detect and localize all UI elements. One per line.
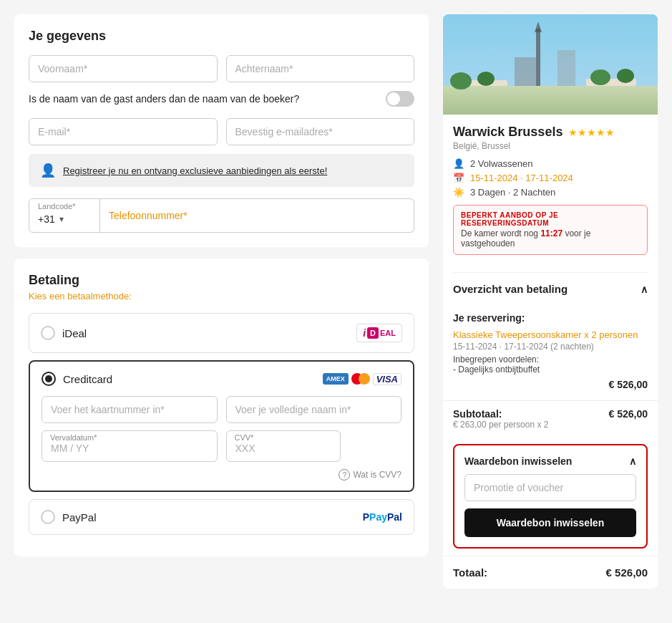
confirm-email-input[interactable] bbox=[226, 118, 415, 145]
ideal-logo-deal: D bbox=[367, 327, 379, 339]
chevron-down-icon: ▾ bbox=[59, 214, 64, 224]
paypal-radio[interactable] bbox=[41, 510, 55, 524]
paypal-option[interactable]: PayPal PPayPal bbox=[29, 499, 414, 535]
email-field bbox=[29, 118, 218, 145]
cvv-help-label: Wat is CVV? bbox=[353, 470, 401, 480]
amex-logo: AMEX bbox=[323, 373, 349, 385]
country-code-selector[interactable]: Landcode* +31 ▾ bbox=[29, 198, 100, 233]
urgency-title: BEPERKT AANBOD OP JE RESERVERINGSDATUM bbox=[461, 211, 640, 227]
guest-name-toggle[interactable] bbox=[386, 91, 414, 107]
subtotal-sub: € 263,00 per persoon x 2 bbox=[453, 420, 548, 430]
dates-row: 📅 15-11-2024 · 17-11-2024 bbox=[453, 173, 648, 183]
subtotal-value: € 526,00 bbox=[609, 408, 648, 430]
dates-label: 15-11-2024 · 17-11-2024 bbox=[470, 173, 573, 183]
reservation-room: Klassieke Tweepersoonskamer x 2 personen bbox=[453, 329, 648, 340]
firstname-field bbox=[29, 55, 218, 82]
email-input[interactable] bbox=[29, 118, 218, 145]
svg-rect-2 bbox=[536, 29, 540, 86]
voucher-button[interactable]: Waardebon inwisselen bbox=[464, 508, 636, 537]
svg-point-9 bbox=[477, 72, 495, 86]
total-label: Totaal: bbox=[453, 566, 487, 579]
ideal-logo-eal: EAL bbox=[380, 329, 396, 337]
help-icon: ? bbox=[339, 469, 350, 480]
ideal-label: iDeal bbox=[62, 327, 87, 339]
svg-rect-1 bbox=[443, 86, 658, 115]
confirm-email-field bbox=[226, 118, 415, 145]
mastercard-logo bbox=[351, 373, 370, 385]
payment-overview-title[interactable]: Overzicht van betaling ∧ bbox=[453, 272, 648, 295]
ideal-option[interactable]: iDeal i D EAL bbox=[29, 313, 414, 353]
hotel-image bbox=[443, 14, 658, 115]
payment-title: Betaling bbox=[29, 273, 414, 288]
svg-rect-4 bbox=[515, 57, 536, 86]
creditcard-label: Creditcard bbox=[63, 373, 112, 385]
reservation-dates: 15-11-2024 · 17-11-2024 (2 nachten) bbox=[453, 342, 648, 352]
card-name-input[interactable] bbox=[226, 396, 402, 423]
cvv-help[interactable]: ? Wat is CVV? bbox=[42, 469, 401, 480]
duration-row: ☀️ 3 Dagen · 2 Nachten bbox=[453, 187, 648, 198]
total-row: Totaal: € 526,00 bbox=[443, 556, 658, 589]
country-code-value: +31 bbox=[38, 213, 55, 225]
svg-point-11 bbox=[617, 69, 634, 83]
ideal-radio[interactable] bbox=[41, 326, 55, 340]
calendar-icon: 📅 bbox=[453, 173, 464, 183]
creditcard-radio[interactable] bbox=[42, 372, 56, 386]
hotel-details: Warwick Brussels ★★★★★ België, Brussel 👤… bbox=[443, 115, 658, 272]
svg-point-10 bbox=[590, 69, 610, 85]
reservation-includes: Inbegrepen voordelen: - Dagelijks ontbij… bbox=[453, 354, 648, 375]
cvv-label: CVV* bbox=[235, 433, 254, 442]
creditcard-option[interactable]: Creditcard AMEX VISA bbox=[29, 360, 414, 492]
sun-icon: ☀️ bbox=[453, 187, 464, 198]
hotel-stars: ★★★★★ bbox=[568, 127, 615, 138]
payment-subtitle: Kies een betaalmethode: bbox=[29, 291, 414, 301]
reservation-price: € 526,00 bbox=[453, 379, 648, 390]
card-name-field bbox=[226, 396, 402, 423]
hotel-location: België, Brussel bbox=[453, 141, 648, 151]
ideal-logo-i: i bbox=[363, 327, 366, 339]
paypal-label: PayPal bbox=[62, 511, 97, 523]
card-number-input[interactable] bbox=[42, 396, 218, 423]
reservation-section: Je reservering: Klassieke Tweepersoonska… bbox=[443, 312, 658, 400]
urgency-text-pre: De kamer wordt nog bbox=[461, 228, 538, 238]
payment-overview: Overzicht van betaling ∧ bbox=[443, 272, 658, 312]
person-icon: 👤 bbox=[453, 158, 464, 169]
card-number-field bbox=[42, 396, 218, 423]
right-sidebar: Warwick Brussels ★★★★★ België, Brussel 👤… bbox=[443, 14, 658, 589]
expiry-field: Vervaldatum* bbox=[42, 430, 218, 462]
voucher-section: Waardebon inwisselen ∧ Waardebon inwisse… bbox=[453, 444, 648, 549]
voucher-input[interactable] bbox=[464, 474, 636, 501]
guest-name-label: Is de naam van de gast anders dan de naa… bbox=[29, 93, 299, 105]
chevron-up-icon: ∧ bbox=[641, 284, 648, 295]
total-value: € 526,00 bbox=[606, 566, 648, 579]
guests-row: 👤 2 Volwassenen bbox=[453, 158, 648, 169]
register-banner: 👤 Registreer je nu en ontvang exclusieve… bbox=[29, 154, 414, 187]
paypal-logo: PPayPal bbox=[363, 511, 402, 523]
subtotal-row: Subtotaal: € 263,00 per persoon x 2 € 52… bbox=[443, 400, 658, 437]
section-title: Je gegevens bbox=[29, 29, 414, 44]
lastname-input[interactable] bbox=[226, 55, 415, 82]
register-link[interactable]: Registreer je nu en ontvang exclusieve a… bbox=[63, 165, 327, 176]
card-logos: AMEX VISA bbox=[323, 373, 401, 385]
name-row bbox=[29, 55, 414, 82]
lastname-field bbox=[226, 55, 415, 82]
hotel-card: Warwick Brussels ★★★★★ België, Brussel 👤… bbox=[443, 14, 658, 589]
credit-card-fields: Vervaldatum* CVV* ? Wat is CVV? bbox=[42, 396, 401, 480]
voucher-chevron-icon: ∧ bbox=[629, 455, 636, 467]
reservation-title: Je reservering: bbox=[453, 312, 648, 324]
hotel-image-svg bbox=[443, 14, 658, 115]
email-row bbox=[29, 118, 414, 145]
ideal-logo: i D EAL bbox=[356, 324, 402, 342]
user-icon: 👤 bbox=[40, 163, 56, 178]
hotel-name: Warwick Brussels bbox=[453, 125, 563, 140]
duration-label: 3 Dagen · 2 Nachten bbox=[470, 187, 555, 198]
svg-rect-5 bbox=[557, 50, 575, 86]
personal-info-section: Je gegevens Is de naam van de gast ander… bbox=[14, 14, 429, 247]
voucher-title: Waardebon inwisselen ∧ bbox=[464, 455, 636, 467]
firstname-input[interactable] bbox=[29, 55, 218, 82]
cvv-field: CVV* bbox=[226, 430, 402, 462]
phone-row: Landcode* +31 ▾ bbox=[29, 198, 414, 233]
svg-point-8 bbox=[450, 72, 472, 90]
guest-name-toggle-row: Is de naam van de gast anders dan de naa… bbox=[29, 91, 414, 107]
guests-label: 2 Volwassenen bbox=[470, 158, 532, 169]
phone-input[interactable] bbox=[100, 198, 414, 233]
